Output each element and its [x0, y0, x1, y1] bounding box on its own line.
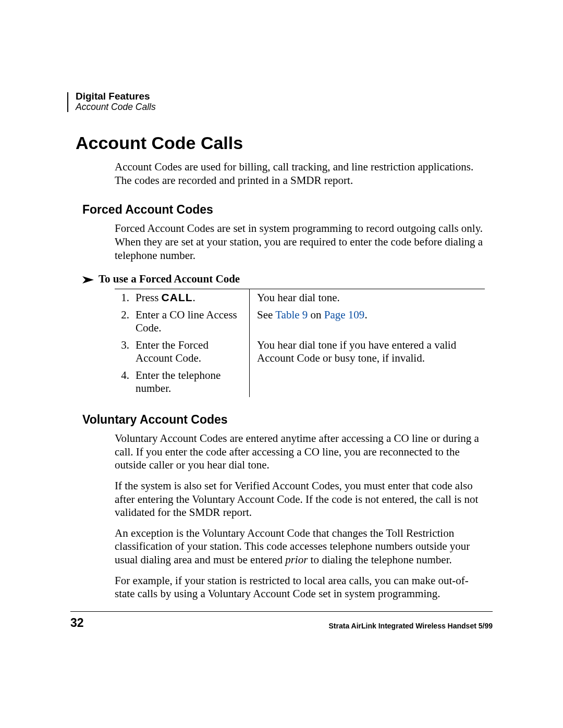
running-header: Digital Features Account Code Calls	[76, 91, 493, 112]
footer-text: Strata AirLink Integrated Wireless Hands…	[329, 622, 493, 630]
header-chapter: Digital Features	[76, 91, 493, 102]
step-action: Enter a CO line Access Code.	[132, 306, 250, 337]
step-action: Enter the Forced Account Code.	[132, 337, 250, 367]
step-number: 4.	[115, 367, 132, 397]
procedure-steps-table: 1. Press CALL. You hear dial tone. 2. En…	[115, 289, 485, 397]
voluntary-body-block: Voluntary Account Codes are entered anyt…	[115, 432, 485, 601]
step-number: 3.	[115, 337, 132, 367]
step-result	[250, 367, 485, 397]
forced-body: Forced Account Codes are set in system p…	[115, 222, 485, 262]
voluntary-p4: For example, if your station is restrict…	[115, 574, 485, 601]
step-action: Enter the telephone number.	[132, 367, 250, 397]
voluntary-p3: An exception is the Voluntary Account Co…	[115, 527, 485, 567]
table-link[interactable]: Table 9	[275, 309, 308, 321]
procedure-heading-text: To use a Forced Account Code	[99, 273, 240, 285]
page-number: 32	[70, 616, 84, 630]
header-subsection: Account Code Calls	[76, 102, 493, 112]
prior-emphasis: prior	[285, 553, 308, 566]
table-row: 4. Enter the telephone number.	[115, 367, 485, 397]
step-number: 1.	[115, 289, 132, 306]
intro-block: Account Codes are used for billing, call…	[115, 161, 485, 187]
step-number: 2.	[115, 306, 132, 337]
page-footer: 32 Strata AirLink Integrated Wireless Ha…	[0, 611, 563, 630]
voluntary-p1: Voluntary Account Codes are entered anyt…	[115, 432, 485, 472]
page: Digital Features Account Code Calls Acco…	[0, 0, 563, 601]
table-row: 1. Press CALL. You hear dial tone.	[115, 289, 485, 306]
step-result: You hear dial tone.	[250, 289, 485, 306]
call-key: CALL	[162, 291, 193, 303]
step-result: See Table 9 on Page 109.	[250, 306, 485, 337]
section-voluntary-heading: Voluntary Account Codes	[82, 413, 493, 427]
section-forced-heading: Forced Account Codes	[82, 203, 493, 217]
step-action: Press CALL.	[132, 289, 250, 306]
procedure-heading: To use a Forced Account Code	[82, 273, 493, 286]
page-title: Account Code Calls	[76, 133, 493, 153]
table-row: 3. Enter the Forced Account Code. You he…	[115, 337, 485, 367]
svg-marker-0	[82, 276, 94, 283]
footer-rule	[70, 611, 493, 612]
step-result: You hear dial tone if you have entered a…	[250, 337, 485, 367]
table-row: 2. Enter a CO line Access Code. See Tabl…	[115, 306, 485, 337]
voluntary-p2: If the system is also set for Verified A…	[115, 479, 485, 520]
intro-paragraph: Account Codes are used for billing, call…	[115, 161, 485, 187]
page-link[interactable]: Page 109	[324, 309, 365, 321]
forced-body-block: Forced Account Codes are set in system p…	[115, 222, 485, 262]
header-rule	[67, 92, 68, 112]
arrow-icon	[82, 276, 96, 283]
